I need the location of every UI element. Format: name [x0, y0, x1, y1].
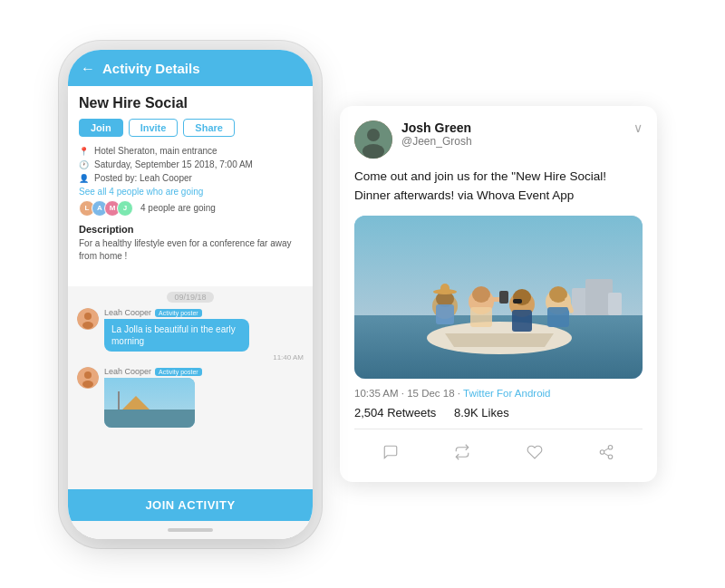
tweet-user-handle: @Jeen_Grosh [401, 135, 633, 148]
svg-point-2 [82, 322, 93, 329]
svg-rect-24 [440, 284, 450, 294]
svg-rect-29 [499, 291, 508, 304]
back-arrow-icon[interactable]: ← [81, 61, 95, 77]
tweet-time: 10:35 AM · 15 Dec 18 [354, 388, 455, 399]
svg-rect-27 [470, 307, 492, 327]
chat-message-1: Leah Cooper Activity poster La Jolla is … [77, 308, 304, 361]
tweet-user-info: Josh Green @Jeen_Grosh [401, 120, 633, 148]
like-count: 8.9K Likes [454, 406, 509, 419]
date-divider: 09/19/18 [167, 292, 213, 303]
svg-rect-17 [608, 293, 622, 315]
svg-line-42 [604, 448, 609, 451]
location-row: 📍 Hotel Sheraton, main entrance [79, 146, 302, 156]
chat-time-1: 11:40 AM [104, 353, 304, 361]
svg-rect-36 [547, 307, 569, 327]
tweet-card: Josh Green @Jeen_Grosh ∨ Come out and jo… [340, 106, 657, 482]
home-indicator [68, 521, 313, 539]
retweet-count: 2,504 Retweets [354, 406, 436, 419]
retweet-button[interactable] [447, 440, 478, 468]
chat-meta-1: Leah Cooper Activity poster [104, 308, 304, 317]
chat-bubble-wrapper-2: Leah Cooper Activity poster [104, 367, 304, 428]
svg-point-1 [84, 313, 92, 320]
date-text: Saturday, September 15 2018, 7:00 AM [94, 159, 253, 169]
svg-rect-9 [118, 391, 120, 410]
tweet-source[interactable]: Twitter For Android [463, 388, 551, 399]
tweet-image [354, 216, 643, 379]
header-title: Activity Details [102, 61, 200, 76]
tweet-stats: 2,504 Retweets 8.9K Likes [354, 406, 643, 429]
posted-text: Posted by: Leah Cooper [94, 173, 192, 183]
phone-mockup: ← Activity Details New Hire Social Join … [68, 50, 313, 539]
attendees-row: L A M J 4 people are going [79, 200, 302, 217]
invite-button[interactable]: Invite [129, 119, 179, 137]
tweet-meta: 10:35 AM · 15 Dec 18 · Twitter For Andro… [354, 388, 643, 399]
tweet-header: Josh Green @Jeen_Grosh ∨ [354, 120, 643, 159]
home-indicator-bar [168, 528, 213, 532]
chat-bubble-1: La Jolla is beautiful in the early morni… [104, 319, 249, 352]
tweet-user-name: Josh Green [401, 120, 633, 135]
chat-section: 09/19/18 Leah Cooper [68, 286, 313, 489]
location-text: Hotel Sheraton, main entrance [94, 146, 218, 156]
svg-point-38 [609, 445, 614, 449]
chat-sender-2: Leah Cooper [104, 367, 151, 376]
svg-point-35 [549, 286, 567, 303]
description-text: For a healthy lifestyle even for a confe… [79, 237, 302, 263]
like-button[interactable] [519, 440, 550, 468]
svg-point-12 [362, 144, 384, 159]
action-buttons: Join Invite Share [79, 119, 302, 137]
location-icon: 📍 [79, 147, 89, 156]
svg-point-5 [82, 381, 93, 388]
chat-badge-1: Activity poster [155, 309, 202, 317]
svg-line-41 [604, 453, 609, 456]
svg-rect-22 [436, 304, 454, 324]
chat-meta-2: Leah Cooper Activity poster [104, 367, 304, 376]
svg-point-4 [84, 371, 92, 379]
chat-sender-1: Leah Cooper [104, 308, 151, 317]
join-activity-button[interactable]: JOIN ACTIVITY [68, 489, 313, 521]
person-icon: 👤 [79, 174, 89, 183]
chat-badge-2: Activity poster [155, 368, 202, 376]
tweet-chevron-icon[interactable]: ∨ [633, 120, 643, 135]
phone-header: ← Activity Details [68, 50, 313, 86]
svg-point-11 [367, 129, 380, 141]
share-tweet-button[interactable] [591, 440, 622, 468]
tweet-avatar [354, 120, 392, 159]
chat-text-1: La Jolla is beautiful in the early morni… [111, 324, 236, 346]
posted-row: 👤 Posted by: Leah Cooper [79, 173, 302, 183]
svg-rect-32 [513, 299, 522, 304]
svg-marker-19 [445, 333, 554, 347]
tweet-text: Come out and join us for the "New Hire S… [354, 168, 643, 205]
tweet-actions [354, 440, 643, 468]
phone-body: New Hire Social Join Invite Share 📍 Hote… [68, 86, 313, 539]
chat-message-2: Leah Cooper Activity poster [77, 367, 304, 428]
date-row: 🕐 Saturday, September 15 2018, 7:00 AM [79, 159, 302, 169]
share-button[interactable]: Share [183, 119, 235, 137]
description-title: Description [79, 224, 302, 235]
chat-avatar-1 [77, 308, 99, 330]
chat-image-bubble [104, 378, 195, 428]
svg-point-39 [601, 450, 605, 455]
main-scene: ← Activity Details New Hire Social Join … [50, 32, 675, 557]
svg-point-40 [609, 455, 614, 459]
svg-point-26 [472, 286, 490, 303]
comment-button[interactable] [375, 440, 406, 468]
chat-image-placeholder [104, 378, 195, 428]
chat-bubble-wrapper-1: Leah Cooper Activity poster La Jolla is … [104, 308, 304, 361]
phone-content: New Hire Social Join Invite Share 📍 Hote… [68, 86, 313, 287]
calendar-icon: 🕐 [79, 160, 89, 169]
tweet-image-inner [354, 216, 643, 379]
join-button[interactable]: Join [79, 119, 123, 137]
avatar-4: J [117, 200, 133, 217]
svg-rect-7 [104, 410, 195, 428]
attendees-count: 4 people are going [140, 203, 216, 213]
svg-rect-33 [512, 310, 532, 332]
event-title: New Hire Social [79, 95, 302, 111]
phone-frame: ← Activity Details New Hire Social Join … [68, 50, 313, 539]
chat-avatar-2 [77, 367, 99, 389]
see-all-link[interactable]: See all 4 people who are going [79, 187, 302, 197]
avatar-group: L A M J [79, 200, 130, 217]
